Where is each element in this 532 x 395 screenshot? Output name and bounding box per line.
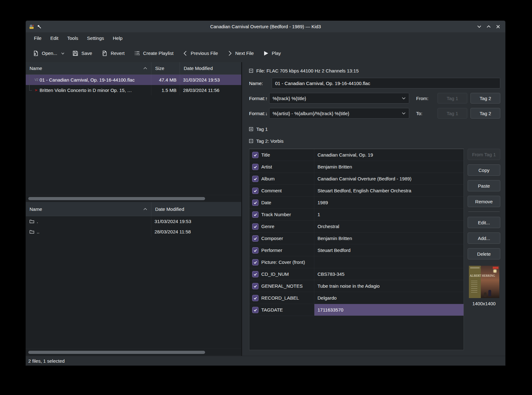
play-button[interactable]: Play xyxy=(261,47,283,60)
tag-name: CD_ID_NUM xyxy=(261,268,314,280)
collapse-toggle-icon[interactable] xyxy=(249,139,253,143)
column-header-date-modified[interactable]: Date Modified xyxy=(151,202,241,216)
tag-row-comment[interactable]: Comment Steuart Bedford, English Chamber… xyxy=(249,185,464,197)
file-list-hscrollbar[interactable] xyxy=(26,195,241,202)
tag-row-genre[interactable]: Genre Orchestral xyxy=(249,221,464,232)
open-button[interactable]: Open... xyxy=(30,47,60,60)
column-header-name[interactable]: Name xyxy=(26,62,151,74)
tag-name: RECORD_LABEL xyxy=(261,292,314,304)
menu-file[interactable]: File xyxy=(30,32,46,44)
from-tag1-format-button[interactable]: Tag 1 xyxy=(437,93,467,104)
checkbox-checked[interactable] xyxy=(252,176,258,182)
checkbox-checked[interactable] xyxy=(252,283,258,289)
create-playlist-button[interactable]: Create Playlist xyxy=(132,47,176,60)
tag-row-album[interactable]: Album Canadian Carnival Overture (Bedfor… xyxy=(249,173,464,185)
tag-row-artist[interactable]: Artist Benjamin Britten xyxy=(249,161,464,173)
file-row[interactable]: V2 01 - Canadian Carnival, Op. 19-16-441… xyxy=(26,75,241,85)
tag-value[interactable]: Canadian Carnival Overture (Bedford - 19… xyxy=(314,173,464,184)
checkbox-checked[interactable] xyxy=(252,211,258,218)
tag-row-cd-id-num[interactable]: CD_ID_NUM CBS783-345 xyxy=(249,268,464,280)
column-header-date-modified[interactable]: Date Modified xyxy=(180,62,241,74)
tag-value[interactable]: CBS783-345 xyxy=(314,268,464,280)
tag-value[interactable]: Tube train noise in the Adagio xyxy=(314,280,464,292)
album-cover-thumbnail[interactable]: ALBERT HERRING xyxy=(469,266,499,298)
tag-row-date[interactable]: Date 1989 xyxy=(249,197,464,209)
tag-value[interactable] xyxy=(314,256,464,268)
pin-icon[interactable] xyxy=(37,24,41,29)
next-file-button[interactable]: Next File xyxy=(225,47,256,60)
checkbox-checked[interactable] xyxy=(252,271,258,277)
checkbox-checked[interactable] xyxy=(252,164,258,170)
checkbox-checked[interactable] xyxy=(252,188,258,194)
save-button[interactable]: Save xyxy=(70,47,95,60)
tag-value[interactable]: 1989 xyxy=(314,197,464,208)
directory-list-hscrollbar[interactable] xyxy=(26,349,241,356)
open-dropdown-caret[interactable] xyxy=(60,50,65,56)
copy-button[interactable]: Copy xyxy=(468,164,500,176)
column-header-name[interactable]: Name xyxy=(26,202,151,216)
tag-value[interactable]: Benjamin Britten xyxy=(314,232,464,244)
tag-row-general-notes[interactable]: GENERAL_NOTES Tube train noise in the Ad… xyxy=(249,280,464,292)
column-header-size[interactable]: Size xyxy=(151,62,180,74)
checkbox-checked[interactable] xyxy=(252,259,258,265)
close-button[interactable] xyxy=(496,24,500,29)
checkbox-checked[interactable] xyxy=(252,235,258,242)
collapse-toggle-icon[interactable] xyxy=(249,69,253,73)
checkbox-checked[interactable] xyxy=(252,247,258,254)
tag-row-record-label[interactable]: RECORD_LABEL Delgardo xyxy=(249,292,464,304)
tag-value-selected[interactable]: 1711633570 xyxy=(314,304,464,316)
expand-toggle-icon[interactable] xyxy=(249,127,253,131)
revert-button[interactable]: Revert xyxy=(99,47,127,60)
to-tag1-format-button[interactable]: Tag 1 xyxy=(437,108,467,119)
menu-help[interactable]: Help xyxy=(108,32,127,44)
tag-value[interactable]: Steuart Bedford, English Chamber Orchest… xyxy=(314,185,464,196)
scrollbar-handle[interactable] xyxy=(28,197,205,200)
menu-tools[interactable]: Tools xyxy=(63,32,83,44)
to-tag2-format-button[interactable]: Tag 2 xyxy=(470,108,500,119)
file-row[interactable]: Britten Violin Concerto in D minor Op. 1… xyxy=(26,85,241,95)
filename-input[interactable] xyxy=(272,78,500,88)
format-up-row: Format:↑ %{track} %{title} From: Tag 1 T… xyxy=(249,93,500,104)
window-title: Canadian Carnival Overture (Bedford - 19… xyxy=(26,24,505,29)
delete-button[interactable]: Delete xyxy=(468,248,500,259)
tag-value[interactable]: Canadian Carnival, Op. 19 xyxy=(314,149,464,161)
tag-row-tagdate[interactable]: TAGDATE 1711633570 xyxy=(249,304,464,316)
kid3-app-icon xyxy=(29,24,35,29)
tag-value[interactable]: Orchestral xyxy=(314,221,464,232)
remove-button[interactable]: Remove xyxy=(468,196,500,207)
create-playlist-label: Create Playlist xyxy=(143,51,174,56)
tag-row-picture[interactable]: Picture: Cover (front) xyxy=(249,256,464,268)
menu-settings[interactable]: Settings xyxy=(83,32,108,44)
previous-file-button[interactable]: Previous File xyxy=(180,47,220,60)
tag-value[interactable]: Benjamin Britten xyxy=(314,161,464,173)
checkbox-checked[interactable] xyxy=(252,223,258,230)
minimize-button[interactable] xyxy=(477,24,481,29)
directory-row[interactable]: . 31/03/2024 19:53 xyxy=(26,216,241,227)
titlebar[interactable]: Canadian Carnival Overture (Bedford - 19… xyxy=(26,21,505,32)
format-up-label: Format:↑ xyxy=(249,96,269,101)
name-column-label: Name xyxy=(30,66,42,71)
tag-row-composer[interactable]: Composer Benjamin Britten xyxy=(249,232,464,244)
checkbox-checked[interactable] xyxy=(252,307,258,313)
format-up-combo[interactable]: %{track} %{title} xyxy=(269,93,409,104)
tag-value[interactable]: Steuart Bedford xyxy=(314,244,464,256)
edit-button[interactable]: Edit... xyxy=(468,217,500,228)
checkbox-checked[interactable] xyxy=(252,295,258,301)
tag-row-performer[interactable]: Performer Steuart Bedford xyxy=(249,244,464,256)
add-button[interactable]: Add... xyxy=(468,232,500,244)
file-size: 47.4 MB xyxy=(151,75,180,85)
tag-row-title[interactable]: Title Canadian Carnival, Op. 19 xyxy=(249,149,464,161)
directory-row[interactable]: .. 28/03/2024 11:58 xyxy=(26,227,241,237)
checkbox-checked[interactable] xyxy=(252,152,258,158)
tag-value[interactable]: Delgardo xyxy=(314,292,464,304)
menu-edit[interactable]: Edit xyxy=(46,32,63,44)
tag-row-track-number[interactable]: Track Number 1 xyxy=(249,209,464,221)
checkbox-checked[interactable] xyxy=(252,200,258,206)
maximize-button[interactable] xyxy=(486,24,491,29)
from-tag2-format-button[interactable]: Tag 2 xyxy=(470,93,500,104)
paste-button[interactable]: Paste xyxy=(468,180,500,191)
scrollbar-handle[interactable] xyxy=(28,351,205,354)
tag-value[interactable]: 1 xyxy=(314,209,464,220)
from-tag1-button[interactable]: From Tag 1 xyxy=(468,149,500,160)
format-down-combo[interactable]: %{artist} - %{album}/%{track} %{title} xyxy=(269,108,409,119)
